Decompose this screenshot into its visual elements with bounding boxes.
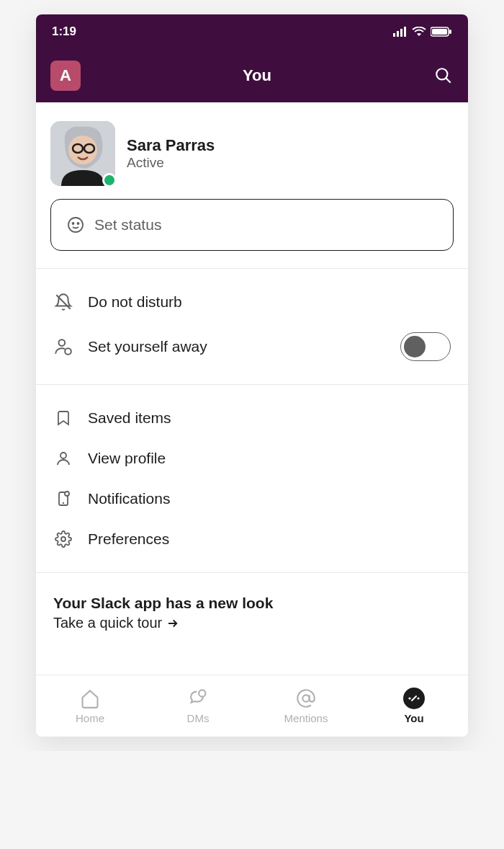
preferences-item[interactable]: Preferences <box>36 519 468 559</box>
presence-indicator <box>102 173 117 187</box>
svg-point-30 <box>417 697 419 699</box>
new-look-title: Your Slack app has a new look <box>53 595 451 612</box>
away-toggle[interactable] <box>400 332 451 361</box>
saved-items-item[interactable]: Saved items <box>36 398 468 438</box>
dms-icon <box>187 688 209 709</box>
avatar-wrap <box>50 121 115 186</box>
search-icon <box>434 66 453 85</box>
search-button[interactable] <box>433 66 454 86</box>
you-icon <box>403 688 425 709</box>
svg-point-22 <box>65 492 69 496</box>
toggle-knob <box>404 336 426 357</box>
svg-point-29 <box>408 697 410 699</box>
phone-notify-icon <box>53 489 73 509</box>
battery-icon <box>431 27 452 37</box>
svg-point-7 <box>436 68 447 79</box>
take-tour-link[interactable]: Take a quick tour <box>53 615 451 631</box>
page-title: You <box>243 66 271 85</box>
status-input-wrap: Set status <box>36 193 468 268</box>
tab-label: Home <box>76 712 104 724</box>
set-status-button[interactable]: Set status <box>50 199 454 251</box>
workspace-switcher[interactable]: A <box>50 61 81 91</box>
tab-bar: Home DMs Mentions You <box>36 675 468 737</box>
status-indicators <box>393 27 452 37</box>
content: Sara Parras Active Set status Do not dis… <box>36 102 468 675</box>
svg-point-16 <box>78 223 79 224</box>
svg-line-8 <box>446 78 451 83</box>
menu-item-label: Notifications <box>88 490 170 507</box>
svg-point-28 <box>302 695 309 701</box>
tab-dms[interactable]: DMs <box>144 675 252 737</box>
svg-point-19 <box>65 348 71 355</box>
svg-point-18 <box>59 339 66 346</box>
set-away-item[interactable]: Set yourself away <box>36 322 468 371</box>
bell-off-icon <box>53 292 73 312</box>
menu-item-label: Do not disturb <box>88 293 182 311</box>
notifications-item[interactable]: Notifications <box>36 479 468 519</box>
do-not-disturb-item[interactable]: Do not disturb <box>36 282 468 322</box>
workspace-letter: A <box>60 66 71 85</box>
wifi-icon <box>412 27 426 37</box>
at-icon <box>295 688 317 709</box>
menu-item-label: View profile <box>88 450 166 467</box>
person-away-icon <box>53 337 73 357</box>
cellular-icon <box>393 27 408 37</box>
home-icon <box>79 688 101 709</box>
gear-icon <box>53 529 73 549</box>
app-frame: 1:19 A You <box>36 14 468 737</box>
svg-rect-5 <box>432 29 447 35</box>
menu-section-settings: Saved items View profile Notifications P… <box>36 385 468 572</box>
svg-point-24 <box>61 537 66 541</box>
tab-label: You <box>404 712 423 724</box>
smile-icon <box>67 216 84 234</box>
view-profile-item[interactable]: View profile <box>36 438 468 479</box>
menu-item-label: Set yourself away <box>88 338 207 355</box>
svg-rect-2 <box>400 29 402 37</box>
svg-point-20 <box>60 453 66 458</box>
tab-home[interactable]: Home <box>36 675 144 737</box>
system-status-bar: 1:19 <box>36 14 468 49</box>
svg-rect-6 <box>449 30 451 34</box>
new-look-link-text: Take a quick tour <box>53 615 162 631</box>
tab-mentions[interactable]: Mentions <box>252 675 360 737</box>
svg-point-15 <box>73 223 74 224</box>
svg-point-27 <box>199 690 205 696</box>
tab-label: DMs <box>187 712 210 724</box>
bookmark-icon <box>53 408 73 428</box>
profile-row[interactable]: Sara Parras Active <box>36 102 468 193</box>
menu-item-label: Saved items <box>88 409 171 427</box>
menu-section-presence: Do not disturb Set yourself away <box>36 269 468 384</box>
tab-label: Mentions <box>284 712 328 724</box>
app-header: A You <box>36 49 468 102</box>
profile-name: Sara Parras <box>127 136 215 155</box>
tab-you[interactable]: You <box>360 675 468 737</box>
svg-rect-1 <box>397 31 399 37</box>
svg-rect-3 <box>404 27 406 37</box>
new-look-banner[interactable]: Your Slack app has a new look Take a qui… <box>36 573 468 675</box>
clock: 1:19 <box>52 25 76 39</box>
profile-presence: Active <box>127 155 215 171</box>
profile-text: Sara Parras Active <box>127 136 215 171</box>
svg-rect-0 <box>393 33 395 37</box>
svg-point-14 <box>68 218 83 232</box>
menu-item-label: Preferences <box>88 530 169 548</box>
arrow-right-icon <box>166 617 179 630</box>
status-placeholder: Set status <box>94 216 161 234</box>
person-icon <box>53 448 73 468</box>
